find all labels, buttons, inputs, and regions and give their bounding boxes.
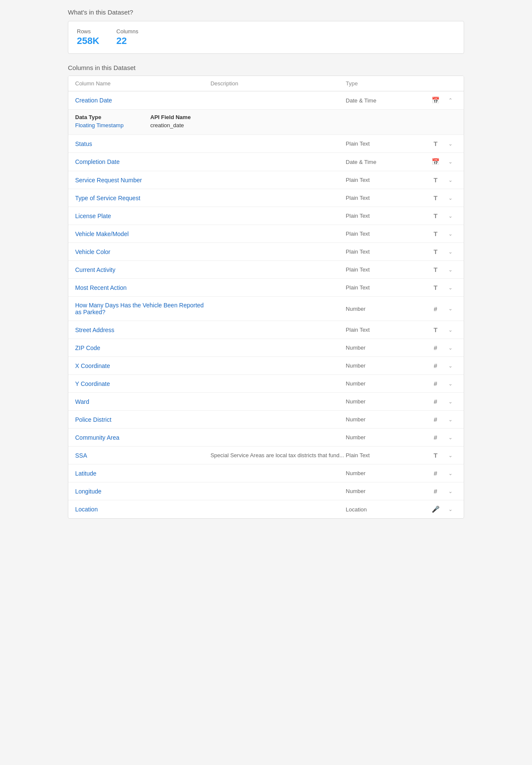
columns-value: 22 — [117, 35, 138, 47]
expand-chevron-icon[interactable]: ⌄ — [444, 488, 457, 494]
table-row-main: LongitudeNumber#⌄ — [68, 482, 464, 500]
expand-chevron-icon[interactable]: ⌄ — [444, 141, 457, 147]
table-row-main: StatusPlain TextT⌄ — [68, 135, 464, 152]
expand-chevron-icon[interactable]: ⌄ — [444, 381, 457, 387]
expand-chevron-icon[interactable]: ⌄ — [444, 435, 457, 441]
table-row-main: LocationLocation🎤⌄ — [68, 500, 464, 518]
expand-chevron-icon[interactable]: ⌄ — [444, 285, 457, 291]
expand-chevron-icon[interactable]: ⌄ — [444, 306, 457, 312]
data-type-value: Floating Timestamp — [75, 122, 143, 128]
column-type-icon: # — [427, 416, 444, 423]
column-type-icon: 📅 — [427, 158, 444, 166]
api-field-label: API Field Name — [150, 114, 457, 120]
column-type-icon: T — [427, 176, 444, 184]
column-name-cell[interactable]: Longitude — [75, 488, 210, 495]
table-row: LatitudeNumber#⌄ — [68, 464, 464, 482]
column-name-cell[interactable]: Service Request Number — [75, 177, 210, 184]
column-name-cell[interactable]: Type of Service Request — [75, 195, 210, 201]
column-name-cell[interactable]: Community Area — [75, 434, 210, 441]
table-row-main: Type of Service RequestPlain TextT⌄ — [68, 189, 464, 207]
table-row-main: ZIP CodeNumber#⌄ — [68, 339, 464, 356]
column-type-icon: 🎤 — [427, 505, 444, 513]
expand-chevron-icon[interactable]: ⌄ — [444, 417, 457, 423]
table-row: X CoordinateNumber#⌄ — [68, 357, 464, 375]
table-row: Completion DateDate & Time📅⌄ — [68, 153, 464, 171]
table-row: ZIP CodeNumber#⌄ — [68, 339, 464, 357]
header-icon-col — [427, 80, 444, 87]
table-row-main: Most Recent ActionPlain TextT⌄ — [68, 279, 464, 296]
column-type-cell: Number — [346, 470, 427, 476]
column-name-cell[interactable]: SSA — [75, 452, 210, 459]
column-name-cell[interactable]: Status — [75, 140, 210, 147]
column-name-cell[interactable]: Current Activity — [75, 266, 210, 273]
rows-value: 258K — [77, 35, 99, 47]
table-row: Community AreaNumber#⌄ — [68, 429, 464, 447]
header-column-name: Column Name — [75, 80, 210, 87]
column-name-cell[interactable]: Vehicle Color — [75, 248, 210, 255]
expand-chevron-icon[interactable]: ⌄ — [444, 249, 457, 255]
table-row-main: Current ActivityPlain TextT⌄ — [68, 261, 464, 278]
column-name-cell[interactable]: License Plate — [75, 213, 210, 219]
column-name-cell[interactable]: Latitude — [75, 470, 210, 477]
column-type-icon: T — [427, 326, 444, 333]
column-type-icon: T — [427, 230, 444, 237]
column-type-icon: # — [427, 362, 444, 369]
table-row: Street AddressPlain TextT⌄ — [68, 321, 464, 339]
expand-chevron-icon[interactable]: ⌄ — [444, 399, 457, 405]
table-row-main: Vehicle ColorPlain TextT⌄ — [68, 243, 464, 260]
column-name-cell[interactable]: Creation Date — [75, 97, 210, 104]
expand-chevron-icon[interactable]: ⌄ — [444, 177, 457, 183]
column-name-cell[interactable]: Y Coordinate — [75, 380, 210, 387]
table-row: Police DistrictNumber#⌄ — [68, 411, 464, 429]
stats-card: Rows 258K Columns 22 — [68, 21, 464, 54]
column-type-cell: Plain Text — [346, 266, 427, 273]
column-name-cell[interactable]: Completion Date — [75, 158, 210, 165]
table-row-main: X CoordinateNumber#⌄ — [68, 357, 464, 374]
table-row: How Many Days Has the Vehicle Been Repor… — [68, 297, 464, 321]
column-type-cell: Plain Text — [346, 452, 427, 458]
expand-chevron-icon[interactable]: ⌄ — [444, 159, 457, 165]
column-type-cell: Number — [346, 488, 427, 494]
expand-chevron-icon[interactable]: ⌄ — [444, 267, 457, 273]
table-row-main: License PlatePlain TextT⌄ — [68, 207, 464, 225]
column-name-cell[interactable]: Police District — [75, 416, 210, 423]
column-type-cell: Number — [346, 362, 427, 369]
table-row-main: SSASpecial Service Areas are local tax d… — [68, 447, 464, 464]
column-name-cell[interactable]: How Many Days Has the Vehicle Been Repor… — [75, 302, 210, 315]
columns-section-title: Columns in this Dataset — [68, 64, 464, 71]
column-name-cell[interactable]: ZIP Code — [75, 345, 210, 351]
column-type-icon: # — [427, 470, 444, 477]
column-type-icon: T — [427, 266, 444, 273]
column-type-cell: Number — [346, 434, 427, 441]
column-name-cell[interactable]: Street Address — [75, 327, 210, 333]
column-type-cell: Date & Time — [346, 159, 427, 165]
column-type-icon: # — [427, 434, 444, 441]
header-chevron-col — [444, 80, 457, 87]
table-row-main: Service Request NumberPlain TextT⌄ — [68, 171, 464, 189]
expand-chevron-icon[interactable]: ⌄ — [444, 453, 457, 458]
table-row-main: Creation DateDate & Time📅⌃ — [68, 91, 464, 109]
column-name-cell[interactable]: Location — [75, 506, 210, 513]
expand-chevron-icon[interactable]: ⌄ — [444, 327, 457, 333]
expand-chevron-icon[interactable]: ⌄ — [444, 506, 457, 512]
expand-chevron-icon[interactable]: ⌄ — [444, 213, 457, 219]
table-row: License PlatePlain TextT⌄ — [68, 207, 464, 225]
column-name-cell[interactable]: Most Recent Action — [75, 284, 210, 291]
column-name-cell[interactable]: Vehicle Make/Model — [75, 231, 210, 237]
column-type-icon: T — [427, 452, 444, 459]
expand-chevron-icon[interactable]: ⌄ — [444, 363, 457, 369]
expand-chevron-icon[interactable]: ⌄ — [444, 470, 457, 476]
expand-chevron-icon[interactable]: ⌄ — [444, 345, 457, 351]
column-type-cell: Plain Text — [346, 213, 427, 219]
header-type: Type — [346, 80, 427, 87]
table-row-main: LatitudeNumber#⌄ — [68, 464, 464, 482]
column-name-cell[interactable]: Ward — [75, 398, 210, 405]
data-type-label: Data Type — [75, 114, 143, 120]
expand-chevron-icon[interactable]: ⌄ — [444, 231, 457, 237]
column-type-icon: T — [427, 194, 444, 201]
expand-chevron-icon[interactable]: ⌃ — [444, 97, 457, 103]
column-type-cell: Number — [346, 416, 427, 423]
table-row-main: Completion DateDate & Time📅⌄ — [68, 153, 464, 171]
expand-chevron-icon[interactable]: ⌄ — [444, 195, 457, 201]
column-name-cell[interactable]: X Coordinate — [75, 362, 210, 369]
